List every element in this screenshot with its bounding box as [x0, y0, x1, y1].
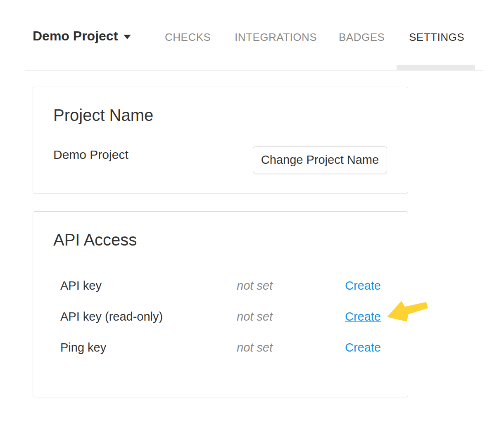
caret-down-icon: [124, 35, 131, 39]
tab-integrations[interactable]: INTEGRATIONS: [235, 31, 317, 43]
api-key-read-only-value: not set: [237, 310, 332, 324]
nav-divider: [25, 70, 483, 71]
api-key-read-only-label: API key (read-only): [53, 310, 237, 324]
settings-page: Demo Project CHECKS INTEGRATIONS BADGES …: [0, 0, 504, 437]
current-project-name: Demo Project: [53, 147, 128, 162]
tab-settings[interactable]: SETTINGS: [409, 31, 464, 43]
project-name-card-title: Project Name: [53, 105, 153, 125]
create-api-key-link[interactable]: Create: [345, 279, 381, 292]
table-row-ping-key: Ping key not set Create: [53, 332, 388, 363]
table-row-api-key-read-only: API key (read-only) not set Create: [53, 301, 388, 332]
ping-key-label: Ping key: [53, 341, 237, 354]
api-access-card: API Access API key not set Create API ke…: [33, 211, 408, 397]
ping-key-value: not set: [237, 341, 332, 354]
api-access-card-title: API Access: [53, 230, 137, 250]
project-selector-dropdown[interactable]: Demo Project: [33, 28, 131, 44]
api-key-value: not set: [237, 279, 332, 293]
api-keys-table: API key not set Create API key (read-onl…: [53, 270, 388, 363]
table-row-api-key: API key not set Create: [53, 270, 388, 301]
change-project-name-button[interactable]: Change Project Name: [253, 146, 387, 173]
project-name-card: Project Name Demo Project Change Project…: [33, 87, 408, 194]
create-api-key-read-only-link[interactable]: Create: [345, 310, 381, 323]
tab-checks[interactable]: CHECKS: [165, 31, 211, 43]
create-ping-key-link[interactable]: Create: [345, 341, 381, 354]
tab-badges[interactable]: BADGES: [339, 31, 385, 43]
project-selector-label: Demo Project: [33, 28, 118, 44]
api-key-label: API key: [53, 279, 237, 293]
